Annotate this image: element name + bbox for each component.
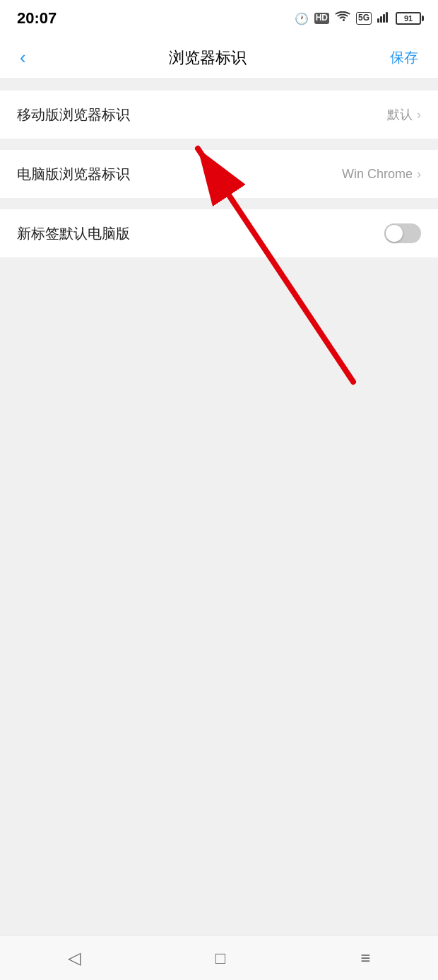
- mobile-browser-item[interactable]: 移动版浏览器标识 默认 ›: [0, 91, 438, 139]
- desktop-browser-item[interactable]: 电脑版浏览器标识 Win Chrome ›: [0, 150, 438, 198]
- desktop-browser-chevron-icon: ›: [417, 167, 421, 182]
- mobile-browser-label: 移动版浏览器标识: [17, 105, 130, 124]
- bottom-menu-button[interactable]: ≡: [346, 941, 384, 975]
- bottom-nav-bar: ◁ □ ≡: [0, 935, 438, 980]
- mobile-browser-section: 移动版浏览器标识 默认 ›: [0, 91, 438, 139]
- mobile-browser-chevron-icon: ›: [417, 107, 421, 122]
- new-tab-label: 新标签默认电脑版: [17, 224, 130, 243]
- nav-bar: ‹ 浏览器标识 保存: [0, 37, 438, 79]
- back-button[interactable]: ‹: [14, 41, 32, 74]
- 5g-badge: 5G: [356, 12, 372, 25]
- new-tab-item: 新标签默认电脑版: [0, 209, 438, 257]
- mobile-browser-value: 默认: [387, 106, 413, 123]
- new-tab-section: 新标签默认电脑版: [0, 209, 438, 257]
- battery-icon: 91: [396, 12, 421, 25]
- svg-rect-1: [380, 16, 382, 23]
- signal-icon: [377, 11, 390, 25]
- hd-badge: HD: [314, 13, 329, 24]
- page-title: 浏览器标识: [169, 47, 247, 69]
- mobile-browser-value-row: 默认 ›: [387, 106, 421, 123]
- status-time: 20:07: [17, 9, 57, 28]
- svg-rect-2: [383, 14, 385, 23]
- status-bar: 20:07 🕐 HD 5G 91: [0, 0, 438, 37]
- desktop-browser-label: 电脑版浏览器标识: [17, 165, 130, 184]
- desktop-browser-value: Win Chrome: [342, 167, 413, 182]
- desktop-browser-value-row: Win Chrome ›: [342, 167, 421, 182]
- bottom-back-button[interactable]: ◁: [54, 941, 95, 975]
- alarm-icon: 🕐: [295, 12, 309, 25]
- status-icons: 🕐 HD 5G 91: [295, 11, 421, 25]
- section-divider-3: [0, 198, 438, 209]
- bottom-home-button[interactable]: □: [201, 941, 240, 975]
- svg-rect-0: [377, 18, 379, 23]
- wifi-icon: [335, 11, 350, 25]
- new-tab-toggle[interactable]: [384, 223, 421, 243]
- svg-rect-3: [386, 12, 388, 23]
- section-divider-2: [0, 139, 438, 150]
- section-divider-4: [0, 257, 438, 682]
- section-divider-1: [0, 79, 438, 91]
- save-button[interactable]: 保存: [384, 42, 424, 73]
- desktop-browser-section: 电脑版浏览器标识 Win Chrome ›: [0, 150, 438, 198]
